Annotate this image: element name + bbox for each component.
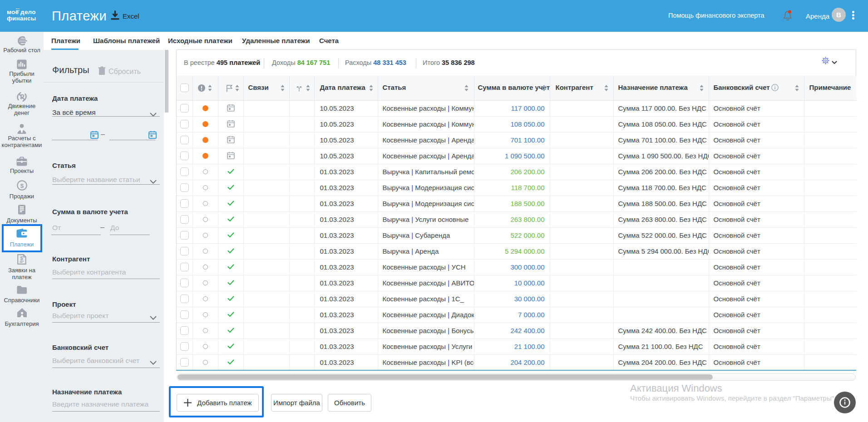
svg-text:$: $ [20, 182, 24, 189]
svg-text:$: $ [20, 255, 23, 261]
